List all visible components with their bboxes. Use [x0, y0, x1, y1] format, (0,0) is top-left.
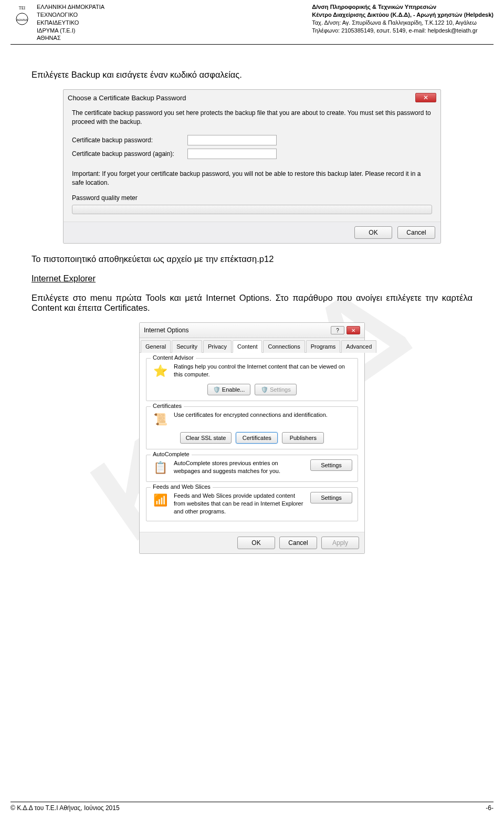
io-apply-button[interactable]: Apply — [321, 537, 359, 549]
password-again-label: Certificate backup password (again): — [72, 150, 187, 158]
dialog-description: The certificate backup password you set … — [72, 109, 432, 127]
star-icon: ⭐ — [152, 363, 169, 380]
shield-icon: 🛡️ — [213, 386, 220, 393]
header-left-l5: ΑΘΗΝΑΣ — [37, 34, 104, 42]
paragraph-3: Επιλέγετε στο menu πρώτα Tools και μετά … — [32, 293, 472, 313]
feeds-group: Feeds and Web Slices 📶 Feeds and Web Sli… — [146, 487, 358, 521]
certificates-button[interactable]: Certificates — [236, 432, 278, 444]
feeds-settings-button[interactable]: Settings — [310, 492, 352, 503]
shield-icon: 🛡️ — [261, 386, 268, 393]
dialog-title: Choose a Certificate Backup Password — [68, 94, 186, 102]
feeds-legend: Feeds and Web Slices — [151, 484, 213, 490]
svg-text:ΑΘΗΝΑ: ΑΘΗΝΑ — [16, 18, 27, 22]
ok-button[interactable]: OK — [354, 226, 392, 239]
header-right-l1: Δ/νση Πληροφορικής & Τεχνικών Υπηρεσιών — [312, 3, 494, 11]
footer-right: -6- — [486, 804, 494, 812]
header-left-l4: ΙΔΡΥΜΑ (Τ.Ε.Ι) — [37, 27, 104, 35]
tab-advanced[interactable]: Advanced — [341, 340, 376, 353]
password-input[interactable] — [187, 135, 277, 145]
institution-logo: TEIΑΘΗΝΑ — [10, 3, 34, 42]
content-advisor-text: Ratings help you control the Internet co… — [174, 363, 352, 379]
certificate-icon: 📜 — [152, 411, 169, 428]
page-header: TEIΑΘΗΝΑ ΕΛΛΗΝΙΚΗ ΔΗΜΟΚΡΑΤΙΑ ΤΕΧΝΟΛΟΓΙΚΟ… — [10, 0, 494, 45]
content-advisor-legend: Content Advisor — [151, 354, 196, 361]
feeds-text: Feeds and Web Slices provide updated con… — [174, 492, 305, 516]
important-note: Important: If you forget your certificat… — [72, 170, 432, 187]
password-label: Certificate backup password: — [72, 136, 187, 144]
password-quality-meter — [72, 205, 432, 214]
io-title: Internet Options — [144, 327, 188, 334]
content-advisor-group: Content Advisor ⭐ Ratings help you contr… — [146, 358, 358, 401]
paragraph-1: Επιλέγετε Backup και εισάγετε έναν κωδικ… — [32, 70, 472, 80]
autocomplete-icon: 📋 — [152, 459, 169, 476]
password-again-input[interactable] — [187, 149, 277, 159]
paragraph-2: Το πιστοποιητικό αποθηκεύεται ως αρχείο … — [32, 254, 472, 264]
io-tabs: General Security Privacy Content Connect… — [140, 338, 364, 353]
cancel-button[interactable]: Cancel — [397, 226, 435, 239]
meter-label: Password quality meter — [72, 194, 432, 202]
tab-programs[interactable]: Programs — [306, 340, 341, 353]
certificates-text: Use certificates for encrypted connectio… — [174, 411, 352, 419]
help-icon[interactable]: ? — [331, 326, 344, 334]
autocomplete-legend: AutoComplete — [151, 451, 192, 457]
page-footer: © Κ.Δ.Δ του Τ.Ε.Ι Αθήνας, Ιούνιος 2015 -… — [10, 802, 494, 812]
header-left-l1: ΕΛΛΗΝΙΚΗ ΔΗΜΟΚΡΑΤΙΑ — [37, 3, 104, 11]
backup-password-dialog: Choose a Certificate Backup Password ✕ T… — [63, 89, 441, 244]
publishers-button[interactable]: Publishers — [282, 432, 324, 444]
autocomplete-text: AutoComplete stores previous entries on … — [174, 459, 305, 475]
header-left-l2: ΤΕΧΝΟΛΟΓΙΚΟ — [37, 11, 104, 19]
settings-button[interactable]: 🛡️ Settings — [255, 384, 297, 395]
header-right-l3: Ταχ. Δ/νση: Αγ. Σπυρίδωνα & Παλληκαρίδη,… — [312, 19, 494, 27]
clear-ssl-button[interactable]: Clear SSL state — [180, 432, 232, 444]
tab-general[interactable]: General — [141, 340, 171, 353]
certificates-group: Certificates 📜 Use certificates for encr… — [146, 406, 358, 449]
close-icon[interactable]: ✕ — [415, 93, 436, 102]
certificates-legend: Certificates — [151, 403, 184, 409]
tab-connections[interactable]: Connections — [263, 340, 304, 353]
svg-text:TEI: TEI — [19, 6, 26, 10]
autocomplete-settings-button[interactable]: Settings — [310, 459, 352, 471]
header-right-l4: Τηλέφωνο: 2105385149, εσωτ. 5149, e-mail… — [312, 27, 494, 35]
tab-security[interactable]: Security — [172, 340, 202, 353]
tab-content[interactable]: Content — [233, 340, 262, 353]
io-cancel-button[interactable]: Cancel — [279, 537, 317, 549]
tab-privacy[interactable]: Privacy — [203, 340, 232, 353]
close-icon[interactable]: ✕ — [346, 326, 360, 334]
autocomplete-group: AutoComplete 📋 AutoComplete stores previ… — [146, 455, 358, 482]
internet-options-dialog: Internet Options ? ✕ General Security Pr… — [139, 322, 365, 554]
io-ok-button[interactable]: OK — [237, 537, 275, 549]
footer-left: © Κ.Δ.Δ του Τ.Ε.Ι Αθήνας, Ιούνιος 2015 — [10, 804, 120, 812]
enable-button[interactable]: 🛡️ Enable... — [207, 384, 250, 395]
ie-heading: Internet Explorer — [32, 274, 472, 284]
rss-icon: 📶 — [152, 492, 169, 509]
header-right-l2: Κέντρο Διαχείρισης Δικτύου (Κ.Δ.Δ), - Αρ… — [312, 11, 494, 19]
header-left-l3: ΕΚΠΑΙΔΕΥΤΙΚΟ — [37, 19, 104, 27]
